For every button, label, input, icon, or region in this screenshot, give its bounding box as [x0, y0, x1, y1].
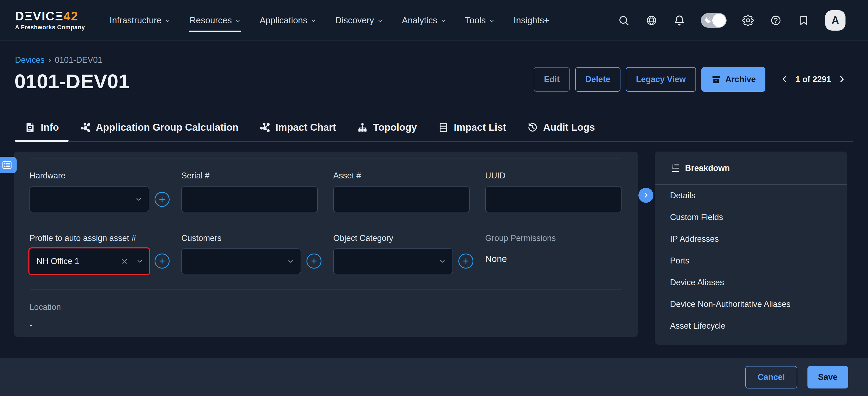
customers-label: Customers	[181, 233, 222, 243]
profile-select-value: NH Office 1	[36, 256, 79, 266]
uuid-input[interactable]	[485, 187, 622, 212]
breakdown-item-ip-addresses[interactable]: IP Addresses	[655, 228, 847, 250]
nav-item-label: Discovery	[335, 15, 374, 26]
breakdown-item-device-aliases[interactable]: Device Aliases	[655, 272, 847, 293]
bookmarks-button[interactable]	[797, 14, 810, 27]
chevron-down-icon	[235, 18, 241, 24]
serial-label: Serial #	[181, 171, 210, 180]
tab-impact-chart[interactable]: Impact Chart	[259, 114, 336, 141]
tab-impact-list[interactable]: Impact List	[438, 114, 506, 141]
document-icon	[25, 122, 36, 133]
globe-icon	[646, 15, 657, 26]
archive-icon	[711, 74, 721, 85]
info-form-panel: Hardware Serial # Asset # UUID Profile t…	[14, 151, 638, 337]
tab-label: Impact List	[454, 122, 506, 133]
search-button[interactable]	[617, 14, 630, 27]
notifications-button[interactable]	[673, 14, 686, 27]
history-icon	[527, 122, 538, 133]
side-list-toggle-button[interactable]	[0, 157, 17, 173]
list-panel-icon	[2, 160, 12, 170]
breakdown-item-details[interactable]: Details	[655, 185, 847, 206]
add-object-category-button[interactable]	[458, 254, 473, 268]
clear-icon[interactable]	[120, 257, 129, 265]
tab-topology[interactable]: Topology	[357, 114, 417, 141]
breakdown-item-asset-lifecycle[interactable]: Asset Lifecycle	[655, 315, 847, 337]
nav-item-infrastructure[interactable]: Infrastructure	[110, 0, 170, 40]
object-category-label: Object Category	[333, 233, 393, 243]
tab-audit-logs[interactable]: Audit Logs	[527, 114, 595, 141]
asset-label: Asset #	[333, 171, 361, 180]
breakdown-header: Breakdown	[655, 152, 847, 185]
primary-nav: Infrastructure Resources Applications Di…	[110, 0, 549, 40]
tab-info[interactable]: Info	[25, 114, 59, 141]
top-nav: DΞVICΞ42 A Freshworks Company Infrastruc…	[0, 0, 868, 41]
breakdown-item-device-non-authoritative-aliases[interactable]: Device Non-Authoritative Aliases	[655, 293, 847, 315]
nav-item-label: Infrastructure	[110, 15, 161, 26]
globe-button[interactable]	[645, 14, 658, 27]
add-hardware-button[interactable]	[155, 192, 169, 207]
object-category-select[interactable]	[333, 249, 453, 274]
table-rows-icon	[438, 122, 449, 133]
chevron-left-icon	[780, 75, 789, 84]
save-button[interactable]: Save	[807, 366, 848, 389]
breakdown-item-ports[interactable]: Ports	[655, 250, 847, 272]
nodes-icon	[259, 122, 271, 133]
cancel-button[interactable]: Cancel	[745, 366, 797, 389]
action-bar: Edit Delete Legacy View Archive 1 of 229…	[534, 67, 846, 92]
tab-label: Topology	[373, 122, 417, 133]
chevron-down-icon	[310, 18, 316, 24]
edit-button[interactable]: Edit	[534, 67, 570, 92]
nav-item-analytics[interactable]: Analytics	[402, 0, 446, 40]
asset-input[interactable]	[333, 187, 470, 212]
serial-input[interactable]	[181, 187, 318, 212]
settings-button[interactable]	[742, 14, 754, 27]
nav-item-label: Insights+	[514, 15, 549, 26]
chevron-right-icon	[642, 192, 650, 199]
hardware-select[interactable]	[29, 187, 149, 212]
add-profile-button[interactable]	[155, 254, 169, 268]
theme-toggle[interactable]	[701, 13, 726, 28]
nav-item-tools[interactable]: Tools	[465, 0, 495, 40]
plus-icon	[462, 257, 470, 265]
brand-logo[interactable]: DΞVICΞ42 A Freshworks Company	[15, 10, 85, 31]
breakdown-title: Breakdown	[685, 163, 730, 173]
nav-item-label: Resources	[189, 15, 232, 26]
nav-item-resources[interactable]: Resources	[189, 0, 241, 40]
nav-item-discovery[interactable]: Discovery	[335, 0, 383, 40]
legacy-view-button[interactable]: Legacy View	[626, 67, 696, 92]
toggle-knob	[712, 14, 726, 27]
help-button[interactable]	[769, 14, 782, 27]
hierarchy-icon	[357, 122, 368, 133]
nav-item-label: Tools	[465, 15, 486, 26]
brand-name: DΞVICΞ42	[15, 10, 85, 22]
breadcrumb-parent-link[interactable]: Devices	[15, 55, 44, 65]
archive-button[interactable]: Archive	[701, 67, 766, 92]
breakdown-item-custom-fields[interactable]: Custom Fields	[655, 206, 847, 228]
pager-text: 1 of 2291	[796, 75, 831, 84]
delete-button[interactable]: Delete	[575, 67, 620, 92]
next-record-button[interactable]	[837, 75, 846, 84]
gear-icon	[742, 15, 754, 26]
brand-tagline: A Freshworks Company	[15, 24, 85, 31]
profile-select-highlighted[interactable]: NH Office 1	[28, 247, 150, 275]
avatar[interactable]: A	[825, 10, 845, 31]
sidebar-collapse-button[interactable]	[639, 188, 653, 203]
brand-name-main: DΞVICΞ	[15, 9, 63, 23]
detail-tabs: Info Application Group Calculation Impac…	[15, 114, 853, 142]
chevron-down-icon	[287, 258, 294, 265]
profile-label: Profile to auto assign asset #	[29, 233, 136, 243]
divider	[646, 151, 646, 344]
previous-record-button[interactable]	[780, 75, 789, 84]
add-customer-button[interactable]	[307, 254, 321, 268]
customers-select[interactable]	[181, 249, 301, 274]
brand-name-accent: 42	[63, 9, 78, 23]
search-icon	[618, 15, 629, 26]
bell-icon	[674, 15, 685, 26]
chevron-down-icon	[377, 18, 383, 24]
tab-application-group-calculation[interactable]: Application Group Calculation	[80, 114, 239, 141]
nav-item-insights[interactable]: Insights+	[514, 0, 549, 40]
tab-label: Audit Logs	[543, 122, 595, 133]
nav-item-applications[interactable]: Applications	[259, 0, 316, 40]
location-value: -	[29, 320, 32, 330]
breadcrumb-current: 0101-DEV01	[55, 55, 103, 65]
